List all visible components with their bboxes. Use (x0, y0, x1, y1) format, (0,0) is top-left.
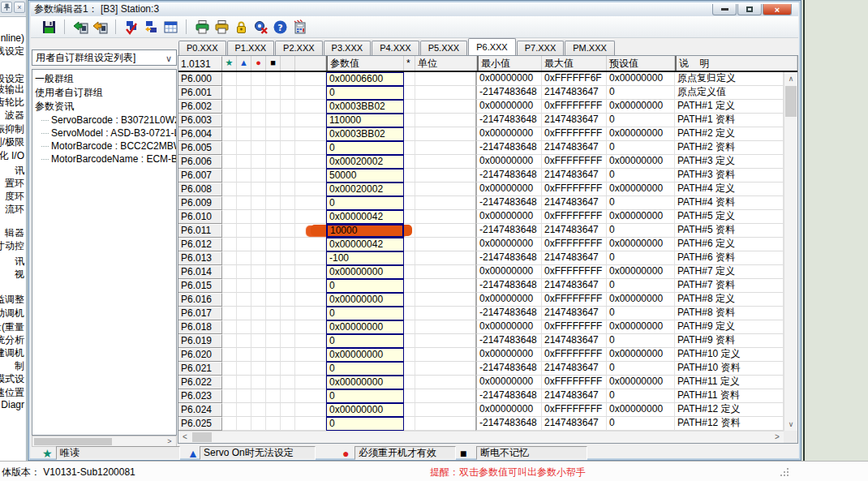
dock-tree-item-clipped[interactable]: 辑器 (5, 228, 24, 238)
tab-p5xxx[interactable]: P5.XXX (420, 41, 468, 55)
unit-column-header[interactable]: 单位 (415, 56, 477, 71)
param-value-cell[interactable]: 0x0003BB02 (326, 127, 404, 141)
param-name-cell[interactable]: P6.000 (178, 72, 222, 86)
param-value-cell[interactable]: 0 (326, 279, 404, 293)
dock-tree-item-clipped[interactable]: 线设定 (0, 46, 24, 57)
print-preview-icon[interactable] (212, 17, 231, 37)
tab-p7xxx[interactable]: P7.XXX (517, 41, 565, 55)
window-titlebar[interactable]: 参数编辑器1： [B3] Station:3 × (31, 2, 798, 16)
param-value-cell[interactable]: 0 (326, 307, 404, 320)
param-name-cell[interactable]: P6.002 (178, 100, 222, 114)
dock-tree-item-clipped[interactable]: 波器 (5, 110, 24, 121)
verify-parameters-icon[interactable] (122, 17, 141, 37)
param-name-cell[interactable]: P6.022 (178, 376, 222, 389)
description-column-header[interactable]: 说 明 (675, 56, 797, 71)
dock-tree-item-clipped[interactable]: 制 (15, 361, 24, 371)
scroll-down-icon[interactable]: ∨ (784, 418, 797, 431)
param-name-cell[interactable]: P6.012 (178, 238, 222, 251)
tab-p0xxx[interactable]: P0.XXX (178, 41, 226, 55)
param-name-cell[interactable]: P6.004 (178, 127, 222, 141)
param-value-cell[interactable]: 10000 (326, 224, 404, 238)
param-name-cell[interactable]: P6.008 (178, 183, 222, 196)
group-tree[interactable]: 一般群组使用者自订群组参数资讯ServoBarcode : B30721L0W2… (32, 69, 177, 436)
dock-tree-item-clipped[interactable]: 统分析 (0, 335, 24, 346)
param-value-cell[interactable]: 0 (326, 362, 404, 376)
param-name-cell[interactable]: P6.019 (178, 334, 222, 348)
dock-tree-item-clipped[interactable]: 化 I/O (0, 151, 24, 161)
close-icon[interactable]: × (14, 2, 25, 13)
tab-p6xxx[interactable]: P6.XXX (468, 38, 516, 55)
max-column-header[interactable]: 最大值 (542, 56, 607, 71)
param-name-cell[interactable]: P6.011 (178, 224, 222, 238)
param-value-cell[interactable]: 0x00000000 (326, 348, 404, 362)
tree-item-parameter-info[interactable]: 参数资讯 (35, 100, 176, 114)
dock-tree-item-clipped[interactable]: 量(重量 (0, 322, 24, 333)
param-value-cell[interactable]: 0x00000000 (326, 376, 404, 389)
dock-tree-item-clipped[interactable]: 振抑制 (0, 124, 24, 135)
scroll-right-icon[interactable]: > (164, 436, 175, 446)
tree-leaf-info[interactable]: ServoBarcode : B30721L0W2 (35, 114, 176, 127)
param-name-cell[interactable]: P6.005 (178, 141, 222, 155)
pin-icon[interactable] (1, 2, 12, 13)
dock-tree-item-clipped[interactable]: 益调整 (0, 294, 24, 305)
param-value-cell[interactable]: 50000 (326, 169, 404, 183)
dock-tree-item-clipped[interactable]: 子齿轮比 (0, 97, 24, 108)
param-name-cell[interactable]: P6.023 (178, 389, 222, 403)
param-value-cell[interactable]: 0x00020002 (326, 155, 404, 169)
vertical-scrollbar[interactable]: ∧ ∨ (784, 72, 797, 431)
scrollbar-thumb[interactable] (192, 432, 212, 442)
tree-item-user-defined-group[interactable]: 使用者自订群组 (35, 86, 176, 100)
dock-tree-item-clipped[interactable]: 寸动控 (0, 241, 24, 251)
tab-p1xxx[interactable]: P1.XXX (227, 41, 275, 55)
read-from-servo-icon[interactable] (71, 17, 90, 37)
tab-p2xxx[interactable]: P2.XXX (275, 41, 323, 55)
param-name-cell[interactable]: P6.020 (178, 348, 222, 362)
param-name-cell[interactable]: P6.017 (178, 307, 222, 320)
dock-tree-item-clipped[interactable]: AT Diagr (0, 400, 24, 410)
param-name-cell[interactable]: P6.021 (178, 362, 222, 376)
scroll-right-icon[interactable]: > (771, 432, 784, 443)
param-value-cell[interactable]: 0x0003BB02 (326, 100, 404, 114)
write-to-servo-icon[interactable] (90, 17, 110, 37)
param-value-cell[interactable]: 0 (326, 86, 404, 100)
tree-leaf-info[interactable]: ServoModel : ASD-B3-0721-L (35, 127, 176, 140)
param-value-cell[interactable]: 0 (326, 417, 404, 431)
dock-panel-tree-clipped[interactable]: nline)线设定般设定波输出子齿轮比波器振抑制制/极限化 I/O讯置环度环流环… (0, 16, 26, 461)
parameter-helper-icon[interactable] (290, 17, 309, 37)
dock-tree-item-clipped[interactable]: 视 (15, 269, 24, 280)
param-name-cell[interactable]: P6.018 (178, 320, 222, 334)
param-name-cell[interactable]: P6.010 (178, 210, 222, 224)
param-value-cell[interactable]: 0x00000042 (326, 210, 404, 224)
param-name-cell[interactable]: P6.016 (178, 293, 222, 307)
min-column-header[interactable]: 最小值 (477, 56, 542, 71)
dock-tree-item-clipped[interactable]: 流环 (5, 204, 24, 215)
lock-icon[interactable] (231, 17, 251, 37)
tab-pmxxx[interactable]: PM.XXX (565, 41, 615, 55)
save-icon[interactable] (39, 17, 58, 37)
param-value-cell[interactable]: 0x00000000 (326, 293, 404, 307)
dock-tree-item-clipped[interactable]: 讯 (15, 256, 24, 267)
param-value-cell[interactable]: 0x00000000 (326, 403, 404, 417)
param-value-cell[interactable]: 110000 (326, 114, 404, 127)
param-value-cell[interactable]: 0 (326, 334, 404, 348)
restore-button[interactable] (737, 4, 762, 15)
help-icon[interactable]: ? (270, 17, 290, 37)
group-list-dropdown[interactable]: 用者自订群组设定列表] ∨ (32, 49, 177, 66)
sidebar-horizontal-scrollbar[interactable]: > (32, 436, 177, 447)
dock-tree-item-clipped[interactable]: 度环 (5, 191, 24, 202)
dock-tree-item-clipped[interactable]: 模式设 (0, 374, 24, 384)
scrollbar-thumb[interactable] (785, 86, 797, 117)
tree-leaf-info[interactable]: MotorBarcode : BCC2C2MBW (35, 140, 176, 152)
param-name-cell[interactable]: P6.009 (178, 196, 222, 210)
param-name-cell[interactable]: P6.015 (178, 279, 222, 293)
param-value-cell[interactable]: -100 (326, 251, 404, 265)
close-button[interactable]: × (763, 4, 792, 15)
param-name-cell[interactable]: P6.003 (178, 114, 222, 127)
minimize-button[interactable] (712, 4, 737, 15)
dock-tree-item-clipped[interactable]: nline) (1, 33, 24, 44)
tree-leaf-info[interactable]: MotorBarcodeName : ECM-B( (35, 152, 176, 165)
dock-tree-item-clipped[interactable]: 制/极限 (0, 137, 24, 148)
tree-item-general-group[interactable]: 一般群组 (35, 72, 176, 86)
param-value-cell[interactable]: 0 (326, 141, 404, 155)
dock-tree-item-clipped[interactable]: 置环 (5, 178, 24, 189)
